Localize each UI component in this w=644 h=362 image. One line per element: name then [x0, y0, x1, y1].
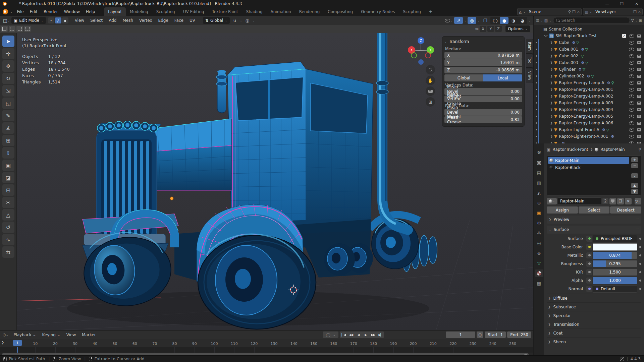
- outliner-row[interactable]: ❯▼Raptor-Energy-Lamp-A⚙⚲: [534, 79, 644, 86]
- eye-icon[interactable]: [629, 135, 634, 138]
- median-z-field[interactable]: Z-0.98585 m: [444, 67, 522, 73]
- timeline-expand-arrow[interactable]: ❯: [1, 341, 4, 344]
- minimize-button[interactable]: —: [600, 0, 614, 7]
- outliner-row[interactable]: ❯▼Cylinder.002⚙▽: [534, 73, 644, 79]
- camera-icon[interactable]: [637, 135, 641, 138]
- outliner-row[interactable]: ❯▼Cube.001⚙▽: [534, 46, 644, 53]
- socket-icon[interactable]: [586, 252, 592, 258]
- expand-chevron-icon[interactable]: ❯: [549, 135, 553, 138]
- move-slot-up-button[interactable]: ▲: [631, 183, 638, 188]
- proportional-editing-toggle[interactable]: ◎: [243, 17, 252, 24]
- transform-panel-header[interactable]: ⌄ Transform ∷∷: [444, 38, 522, 45]
- deselect-button[interactable]: Deselect: [610, 206, 641, 214]
- breadcrumb-object[interactable]: RaptorTruck-Front: [552, 147, 588, 152]
- outliner-search-input[interactable]: Search: [553, 17, 630, 24]
- eye-icon[interactable]: [629, 34, 634, 38]
- blender-menu-icon[interactable]: [3, 9, 8, 14]
- workspace-tab-geometry-nodes[interactable]: Geometry Nodes: [357, 7, 399, 16]
- select-subtract-button[interactable]: [16, 26, 23, 32]
- outliner-row[interactable]: ❯▼Raptor-Light-Front-A⚙▽: [534, 126, 644, 133]
- expand-chevron-icon[interactable]: ❯: [549, 128, 553, 131]
- properties-tab-material[interactable]: [535, 269, 543, 277]
- menu-file[interactable]: File: [14, 8, 27, 15]
- select-intersect-button[interactable]: [24, 26, 31, 32]
- drag-grip-icon[interactable]: ∷∷: [518, 40, 522, 43]
- tool-annotate[interactable]: ✎: [2, 110, 14, 121]
- property-dropdown[interactable]: Default: [593, 285, 637, 293]
- camera-icon[interactable]: [637, 122, 641, 125]
- editor-type-button[interactable]: ◫ ⌄: [2, 17, 11, 24]
- timeline-editor-type-button[interactable]: ◷: [3, 333, 6, 337]
- material-name-field[interactable]: Raptor-Main: [558, 197, 601, 205]
- current-frame-field[interactable]: 1: [446, 331, 475, 338]
- play-reverse-button[interactable]: ◀: [355, 331, 362, 338]
- expand-chevron-icon[interactable]: ❯: [549, 81, 553, 84]
- color-swatch[interactable]: [593, 243, 637, 251]
- animate-decorator[interactable]: [639, 280, 641, 282]
- viewlayer-selector[interactable]: ▥ ⌄ ViewLayer ❐ ✕: [583, 8, 643, 15]
- animate-decorator[interactable]: [639, 263, 641, 265]
- add-slot-button[interactable]: +: [631, 157, 638, 162]
- timeline-menu-view[interactable]: View: [63, 331, 79, 339]
- workspace-tab-modeling[interactable]: Modeling: [126, 7, 152, 16]
- shading-material-button[interactable]: ◑: [509, 17, 518, 24]
- camera-icon[interactable]: [637, 102, 641, 105]
- menu-help[interactable]: Help: [83, 8, 98, 15]
- mesh-link-dropdown[interactable]: ▽⌄: [635, 198, 641, 204]
- eye-icon[interactable]: [629, 88, 634, 92]
- properties-tab-object[interactable]: ▣: [535, 209, 543, 217]
- viewport-menu-select[interactable]: Select: [87, 17, 106, 24]
- workspace-tab-compositing[interactable]: Compositing: [324, 7, 357, 16]
- workspace-tab-uv-editing[interactable]: UV Editing: [179, 7, 208, 16]
- sidebar-tab-view[interactable]: View: [526, 68, 533, 83]
- tool-inset[interactable]: ▣: [2, 160, 14, 171]
- surface-panel-header[interactable]: ⌄ Surface ∷∷: [547, 226, 641, 234]
- tool-cursor[interactable]: ✛: [2, 48, 14, 59]
- jump-end-button[interactable]: ▶▏: [377, 331, 384, 338]
- unlink-material-button[interactable]: ✕: [625, 198, 632, 204]
- animate-decorator[interactable]: [639, 271, 641, 273]
- eye-icon[interactable]: [629, 68, 634, 71]
- outliner-row[interactable]: ❯▼⚙: [534, 140, 644, 143]
- shading-solid-button[interactable]: ●: [500, 17, 508, 24]
- tool-poly-build[interactable]: △: [2, 209, 14, 221]
- expand-chevron-icon[interactable]: ❯: [549, 115, 553, 118]
- preview-panel-header[interactable]: ❯ Preview ∷∷: [547, 216, 641, 224]
- autokey-toggle[interactable]: ◯⌄: [323, 331, 338, 338]
- select-extend-button[interactable]: [9, 26, 15, 32]
- tool-smooth[interactable]: ∿: [2, 234, 14, 245]
- tool-bevel[interactable]: ◪: [2, 172, 14, 183]
- panel-specular[interactable]: ❯Specular: [547, 311, 641, 320]
- tool-select[interactable]: ➤: [2, 36, 14, 47]
- workspace-tab-animation[interactable]: Animation: [267, 7, 295, 16]
- end-frame-field[interactable]: End 250: [507, 331, 531, 338]
- panel-diffuse[interactable]: ❯Diffuse: [547, 294, 641, 302]
- mirror-z-toggle[interactable]: Z: [495, 26, 502, 32]
- property-slider[interactable]: 0.874: [593, 252, 637, 259]
- shading-rendered-button[interactable]: ◕: [518, 17, 527, 24]
- animate-decorator[interactable]: [639, 246, 641, 248]
- jump-start-button[interactable]: ▏◀: [340, 331, 347, 338]
- outliner-row[interactable]: ▤Scene Collection: [534, 26, 644, 33]
- animate-decorator[interactable]: [639, 288, 641, 290]
- viewport-menu-vertex[interactable]: Vertex: [136, 17, 155, 24]
- median-x-field[interactable]: X0.87859 m: [444, 52, 522, 59]
- camera-icon[interactable]: [637, 55, 641, 58]
- workspace-tab-shading[interactable]: Shading: [242, 7, 267, 16]
- property-slider[interactable]: 0.295: [593, 260, 637, 267]
- filter-icon[interactable]: ∇: [631, 18, 634, 23]
- eye-icon[interactable]: [629, 121, 634, 125]
- socket-icon[interactable]: [586, 244, 592, 250]
- viewport-menu-uv[interactable]: UV: [186, 17, 198, 24]
- camera-icon[interactable]: [637, 68, 641, 71]
- outliner-row[interactable]: ❯▼Cube.002▽: [534, 53, 644, 59]
- timeline-menu-keying[interactable]: Keying ⌄: [39, 331, 63, 339]
- camera-icon[interactable]: [637, 95, 641, 98]
- play-button[interactable]: ▶: [362, 331, 369, 338]
- tool-extrude[interactable]: ⇧: [2, 147, 14, 159]
- tool-edge-slide[interactable]: ⇆: [2, 246, 14, 258]
- edge-select-mode-button[interactable]: ╱: [55, 17, 61, 23]
- material-slot[interactable]: Raptor-Main: [548, 157, 629, 164]
- camera-icon[interactable]: [637, 48, 641, 51]
- workspace-tab-scripting[interactable]: Scripting: [399, 7, 425, 16]
